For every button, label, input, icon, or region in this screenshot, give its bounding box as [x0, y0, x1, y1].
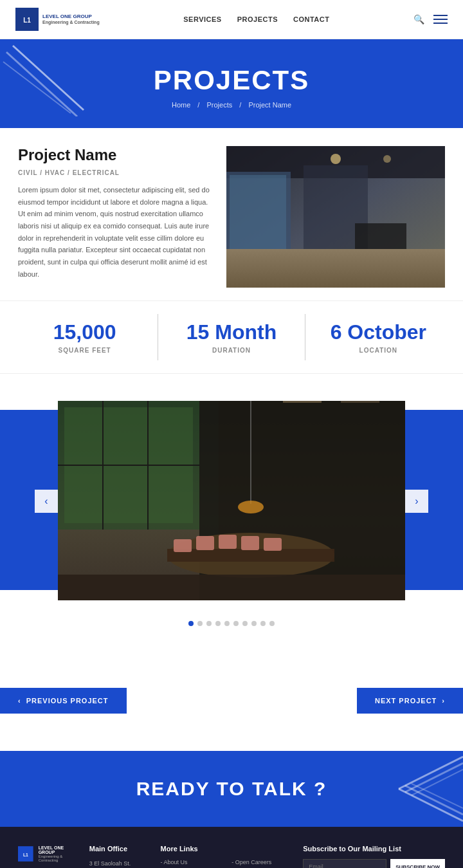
gallery-dot-4[interactable] — [224, 621, 230, 626]
svg-text:L1: L1 — [23, 853, 28, 857]
footer-extra-title: . — [232, 845, 290, 853]
hero-banner: PROJECTS Home / Projects / Project Name — [0, 39, 463, 128]
navbar: L1 LEVEL ONE GROUP Engineering & Contrac… — [0, 0, 463, 39]
next-project-button[interactable]: NEXT PROJECT › — [357, 688, 463, 714]
footer-office-title: Main Office — [89, 845, 148, 853]
svg-line-34 — [399, 757, 463, 789]
footer-col-links: More Links About Us Provided Services Ou… — [161, 845, 219, 868]
svg-rect-28 — [264, 538, 282, 551]
gallery-dot-3[interactable] — [215, 621, 221, 626]
stat-area-label: SQUARE FEET — [18, 347, 151, 354]
svg-rect-24 — [174, 539, 192, 552]
search-icon[interactable]: 🔍 — [413, 14, 424, 24]
footer-subscribe-title: Subscribe to Our Mailing List — [303, 845, 445, 853]
gallery-prev-button[interactable]: ‹ — [35, 490, 58, 513]
nav-icons: 🔍 — [413, 14, 448, 24]
svg-rect-11 — [355, 223, 406, 249]
subscribe-form: SUBSCRIBE NOW — [303, 859, 445, 868]
stat-area-value: 15,000 — [18, 320, 151, 344]
spacer — [0, 644, 463, 670]
svg-point-12 — [331, 154, 341, 164]
gallery-dot-5[interactable] — [233, 621, 239, 626]
stat-divider-2 — [305, 314, 305, 360]
svg-line-39 — [412, 784, 463, 808]
stats-bar: 15,000 SQUARE FEET 15 Month DURATION 6 O… — [0, 300, 463, 374]
gallery-image — [58, 401, 405, 600]
nav-services[interactable]: SERVICES — [183, 15, 221, 23]
ready-to-talk-section: READY TO TALK ? — [0, 751, 463, 827]
svg-text:L1: L1 — [23, 17, 31, 24]
next-chevron-icon: › — [442, 697, 445, 705]
gallery-section: ‹ › — [0, 374, 463, 644]
subscribe-email-input[interactable] — [303, 859, 386, 868]
stat-divider-1 — [158, 314, 158, 360]
logo-text: LEVEL ONE GROUP Engineering & Contractin… — [42, 14, 100, 25]
svg-rect-9 — [226, 249, 445, 288]
project-detail: Project Name CIVIL / HVAC / ELECTRICAL L… — [0, 128, 463, 300]
footer-office-address: 3 El Saoloah St. Harlem, Giza City. Egyp… — [89, 859, 148, 868]
svg-point-30 — [238, 501, 264, 513]
footer-logo-icon: L1 — [18, 845, 33, 863]
svg-line-37 — [399, 789, 463, 821]
stat-duration-value: 15 Month — [165, 320, 298, 344]
stat-location: 6 October LOCATION — [312, 314, 445, 360]
footer-col-office: Main Office 3 El Saoloah St. Harlem, Giz… — [89, 845, 148, 868]
footer-link-careers[interactable]: Open Careers — [232, 859, 290, 865]
gallery-dot-1[interactable] — [197, 621, 203, 626]
svg-rect-25 — [196, 536, 214, 550]
hamburger-menu[interactable] — [433, 15, 448, 24]
footer-col-brand: L1 LEVEL ONE GROUP Engineering & Contrac… — [18, 845, 77, 868]
project-navigation: ‹ PREVIOUS PROJECT NEXT PROJECT › — [0, 670, 463, 732]
project-image — [226, 146, 445, 288]
svg-point-13 — [383, 155, 391, 163]
hero-title: PROJECTS — [15, 65, 448, 96]
svg-rect-33 — [341, 401, 379, 403]
project-title: Project Name — [18, 146, 211, 164]
prev-project-button[interactable]: ‹ PREVIOUS PROJECT — [0, 688, 127, 714]
footer-logo: L1 LEVEL ONE GROUP Engineering & Contrac… — [18, 845, 77, 863]
gallery-dots — [0, 621, 463, 626]
footer: L1 LEVEL ONE GROUP Engineering & Contrac… — [0, 827, 463, 868]
gallery-dot-8[interactable] — [260, 621, 266, 626]
gallery-dot-7[interactable] — [251, 621, 257, 626]
svg-rect-8 — [230, 175, 286, 259]
stat-area: 15,000 SQUARE FEET — [18, 314, 151, 360]
footer-col-extra-links: . Open Careers Our Clients Latest News — [232, 845, 290, 868]
ready-decoration — [379, 751, 463, 827]
gallery-next-button[interactable]: › — [405, 490, 428, 513]
gallery-dot-2[interactable] — [206, 621, 212, 626]
svg-rect-32 — [283, 401, 322, 403]
svg-line-36 — [412, 770, 463, 795]
nav-links: SERVICES PROJECTS CONTACT — [183, 15, 329, 23]
stat-location-label: LOCATION — [312, 347, 445, 354]
project-image-svg — [226, 146, 445, 288]
nav-projects[interactable]: PROJECTS — [237, 15, 278, 23]
svg-rect-31 — [58, 575, 405, 600]
logo: L1 LEVEL ONE GROUP Engineering & Contrac… — [15, 8, 100, 31]
footer-logo-text: LEVEL ONE GROUP Engineering & Contractin… — [39, 845, 77, 862]
svg-rect-27 — [241, 536, 259, 550]
project-description: Lorem ipsum dolor sit met, consectetur a… — [18, 184, 211, 281]
subscribe-button[interactable]: SUBSCRIBE NOW — [390, 859, 445, 868]
logo-icon: L1 — [15, 8, 39, 31]
footer-col-subscribe: Subscribe to Our Mailing List SUBSCRIBE … — [303, 845, 445, 868]
project-info: Project Name CIVIL / HVAC / ELECTRICAL L… — [18, 146, 211, 281]
gallery-dot-0[interactable] — [188, 621, 194, 626]
gallery-dot-6[interactable] — [242, 621, 248, 626]
gallery-dot-9[interactable] — [269, 621, 275, 626]
nav-contact[interactable]: CONTACT — [293, 15, 329, 23]
svg-rect-23 — [167, 549, 334, 562]
stat-duration-label: DURATION — [165, 347, 298, 354]
gallery-image-svg — [58, 401, 405, 600]
footer-more-links-title: More Links — [161, 845, 219, 853]
stat-duration: 15 Month DURATION — [165, 314, 298, 360]
footer-grid: L1 LEVEL ONE GROUP Engineering & Contrac… — [18, 845, 445, 868]
spacer-2 — [0, 732, 463, 751]
project-tags: CIVIL / HVAC / ELECTRICAL — [18, 169, 211, 176]
footer-link-about[interactable]: About Us — [161, 859, 219, 865]
svg-line-35 — [405, 763, 463, 792]
stat-location-value: 6 October — [312, 320, 445, 344]
svg-line-38 — [405, 786, 463, 815]
svg-rect-26 — [219, 535, 237, 549]
prev-chevron-icon: ‹ — [18, 697, 21, 705]
